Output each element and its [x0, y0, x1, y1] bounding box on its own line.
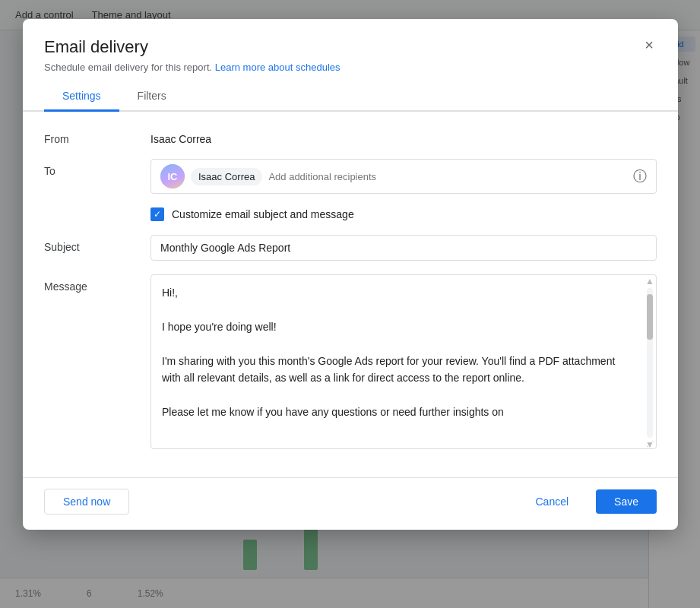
tab-settings[interactable]: Settings	[44, 82, 119, 112]
scroll-track	[647, 288, 653, 438]
scroll-thumb[interactable]	[647, 294, 653, 340]
dialog-subtitle: Schedule email delivery for this report.…	[44, 62, 340, 73]
dialog-title: Email delivery	[44, 37, 340, 57]
scrollbar: ▲ ▼	[645, 276, 655, 450]
avatar-initials: IC	[168, 171, 178, 182]
message-label: Message	[44, 274, 150, 293]
message-wrapper: Hi!, I hope you're doing well! I'm shari…	[150, 274, 657, 451]
customize-checkbox-row: ✓ Customize email subject and message	[150, 207, 657, 221]
subject-label: Subject	[44, 235, 150, 253]
learn-more-link[interactable]: Learn more about schedules	[215, 62, 340, 73]
to-field[interactable]: IC Isaac Correa ⓘ	[150, 159, 657, 194]
save-button[interactable]: Save	[596, 489, 657, 514]
from-row: From Isaac Correa	[44, 127, 657, 145]
dialog-tabs: Settings Filters	[23, 82, 678, 112]
to-row: To IC Isaac Correa ⓘ	[44, 159, 657, 194]
tab-filters[interactable]: Filters	[119, 82, 185, 112]
scroll-up-arrow[interactable]: ▲	[645, 276, 654, 287]
footer-actions: Cancel Save	[517, 489, 657, 514]
dialog-header: Email delivery Schedule email delivery f…	[23, 19, 678, 82]
from-label: From	[44, 127, 150, 145]
close-button[interactable]: ×	[641, 34, 657, 55]
to-label: To	[44, 159, 150, 177]
recipient-avatar: IC	[160, 164, 185, 188]
customize-checkbox-label: Customize email subject and message	[172, 208, 354, 220]
customize-checkbox[interactable]: ✓	[150, 207, 164, 221]
avatar-face: IC	[160, 164, 185, 188]
send-now-button[interactable]: Send now	[44, 489, 129, 515]
email-delivery-dialog: Email delivery Schedule email delivery f…	[23, 19, 678, 530]
cancel-button[interactable]: Cancel	[517, 489, 587, 514]
message-textarea[interactable]: Hi!, I hope you're doing well! I'm shari…	[150, 274, 657, 449]
from-value: Isaac Correa	[150, 127, 657, 145]
dialog-footer: Send now Cancel Save	[23, 477, 678, 530]
recipient-name: Isaac Correa	[198, 171, 255, 182]
add-recipients-input[interactable]	[268, 171, 627, 182]
check-icon: ✓	[154, 210, 161, 219]
resize-handle[interactable]: ⋰	[646, 439, 654, 449]
info-icon[interactable]: ⓘ	[633, 167, 647, 185]
form-area: From Isaac Correa To IC Isaac Correa ⓘ	[23, 112, 678, 477]
recipient-chip: Isaac Correa	[191, 168, 262, 185]
message-row: Message Hi!, I hope you're doing well! I…	[44, 274, 657, 451]
subject-input[interactable]	[150, 235, 657, 261]
dialog-title-area: Email delivery Schedule email delivery f…	[44, 37, 340, 73]
subject-row: Subject	[44, 235, 657, 261]
